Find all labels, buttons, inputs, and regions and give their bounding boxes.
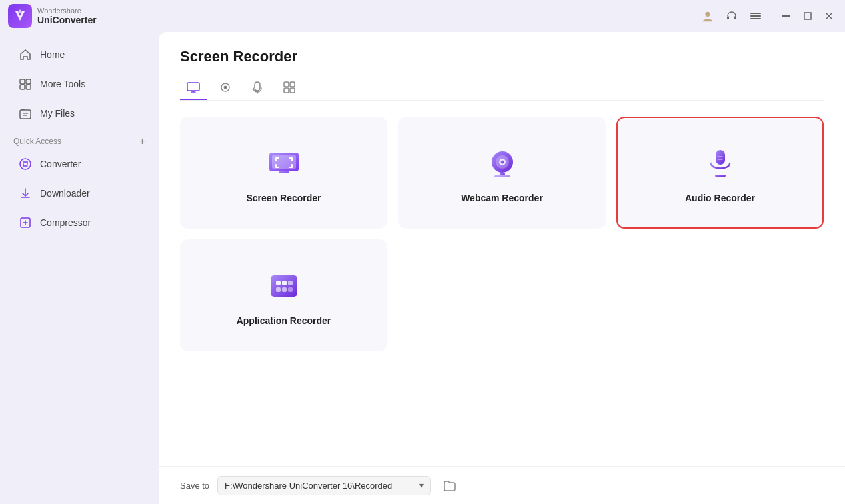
svg-point-24: [225, 87, 226, 88]
svg-rect-28: [284, 88, 289, 93]
tools-icon: [19, 77, 32, 91]
main-layout: Home More Tools: [0, 32, 845, 504]
svg-rect-47: [288, 281, 293, 285]
dropdown-arrow-icon: ▾: [419, 481, 424, 490]
webcam-recorder-label: Webcam Recorder: [461, 193, 543, 203]
window-controls: [778, 8, 837, 24]
svg-point-0: [19, 10, 22, 13]
titlebar-actions: [701, 8, 837, 24]
tab-audio[interactable]: [244, 76, 271, 100]
svg-rect-50: [288, 287, 293, 292]
converter-icon: [19, 157, 32, 171]
svg-rect-48: [276, 287, 281, 292]
tab-webcam[interactable]: [212, 76, 239, 100]
maximize-button[interactable]: [800, 8, 816, 24]
svg-rect-45: [276, 281, 281, 285]
app-name: Wondershare UniConverter: [37, 7, 97, 25]
downloader-label: Downloader: [40, 188, 90, 199]
sidebar-item-home[interactable]: Home: [5, 41, 153, 68]
svg-point-19: [20, 159, 31, 169]
svg-rect-38: [494, 175, 510, 177]
screen-recorder-icon: [263, 142, 305, 185]
save-path-text: F:\Wondershare UniConverter 16\Recorded: [225, 481, 414, 491]
content-area: Screen Recorder: [159, 32, 845, 504]
svg-rect-27: [290, 82, 295, 87]
tab-app-grid[interactable]: [276, 76, 303, 100]
svg-rect-5: [750, 15, 761, 17]
app-branding: Wondershare UniConverter: [8, 4, 97, 28]
application-recorder-icon: [263, 265, 305, 307]
svg-rect-2: [727, 16, 729, 19]
svg-rect-13: [26, 79, 31, 84]
sidebar: Home More Tools: [0, 32, 159, 504]
compressor-icon: [19, 216, 32, 229]
application-recorder-label: Application Recorder: [237, 315, 331, 326]
svg-rect-8: [804, 13, 811, 19]
my-files-label: My Files: [40, 108, 75, 119]
card-application-recorder[interactable]: Application Recorder: [180, 239, 387, 351]
quick-access-label: Quick Access: [13, 137, 61, 146]
quick-access-add-button[interactable]: +: [139, 136, 145, 147]
page-title: Screen Recorder: [180, 48, 824, 65]
card-audio-recorder[interactable]: Audio Recorder: [616, 117, 824, 229]
svg-rect-26: [284, 82, 289, 87]
save-to-label: Save to: [180, 481, 209, 491]
downloader-icon: [19, 187, 32, 200]
svg-rect-16: [20, 110, 31, 119]
svg-rect-44: [271, 275, 297, 297]
tab-screen[interactable]: [180, 76, 207, 100]
user-icon[interactable]: [701, 9, 714, 23]
svg-point-36: [500, 161, 504, 164]
sidebar-item-my-files[interactable]: My Files: [5, 100, 153, 127]
svg-rect-41: [715, 175, 726, 177]
tab-bar: [180, 76, 824, 101]
more-tools-label: More Tools: [40, 79, 85, 89]
sidebar-item-compressor[interactable]: Compressor: [5, 209, 153, 236]
svg-rect-49: [282, 287, 287, 292]
svg-rect-39: [716, 150, 725, 165]
browse-folder-button[interactable]: [439, 475, 460, 496]
home-icon: [19, 48, 32, 61]
svg-rect-11: [20, 79, 25, 84]
minimize-button[interactable]: [778, 8, 794, 24]
svg-rect-14: [26, 85, 31, 89]
files-icon: [19, 107, 32, 120]
menu-icon[interactable]: [749, 9, 762, 23]
svg-rect-29: [290, 88, 295, 93]
card-screen-recorder[interactable]: Screen Recorder: [180, 117, 387, 229]
quick-access-section: Quick Access +: [0, 131, 159, 149]
sidebar-item-downloader[interactable]: Downloader: [5, 180, 153, 207]
content-header: Screen Recorder: [159, 32, 845, 101]
save-path-selector[interactable]: F:\Wondershare UniConverter 16\Recorded …: [217, 476, 431, 495]
cards-grid: Screen Recorder: [159, 101, 845, 466]
svg-rect-6: [750, 18, 761, 19]
svg-rect-4: [750, 13, 761, 14]
bottom-bar: Save to F:\Wondershare UniConverter 16\R…: [159, 466, 845, 504]
card-webcam-recorder[interactable]: Webcam Recorder: [398, 117, 606, 229]
audio-recorder-label: Audio Recorder: [685, 193, 755, 203]
sidebar-item-converter[interactable]: Converter: [5, 151, 153, 177]
svg-rect-3: [734, 16, 736, 19]
svg-rect-7: [782, 15, 790, 17]
converter-label: Converter: [40, 159, 81, 169]
audio-recorder-icon: [699, 142, 742, 185]
sidebar-item-more-tools[interactable]: More Tools: [5, 71, 153, 97]
compressor-label: Compressor: [40, 217, 91, 228]
home-label: Home: [40, 49, 65, 60]
app-logo: [8, 4, 32, 28]
svg-rect-46: [282, 281, 287, 285]
close-button[interactable]: [821, 8, 837, 24]
titlebar: Wondershare UniConverter: [0, 0, 845, 32]
svg-rect-37: [500, 173, 505, 175]
svg-rect-21: [187, 83, 199, 91]
webcam-recorder-icon: [481, 142, 524, 185]
headset-icon[interactable]: [725, 9, 738, 23]
svg-point-1: [705, 12, 710, 17]
svg-rect-12: [20, 85, 25, 89]
screen-recorder-label: Screen Recorder: [246, 193, 321, 203]
svg-rect-32: [279, 171, 289, 173]
